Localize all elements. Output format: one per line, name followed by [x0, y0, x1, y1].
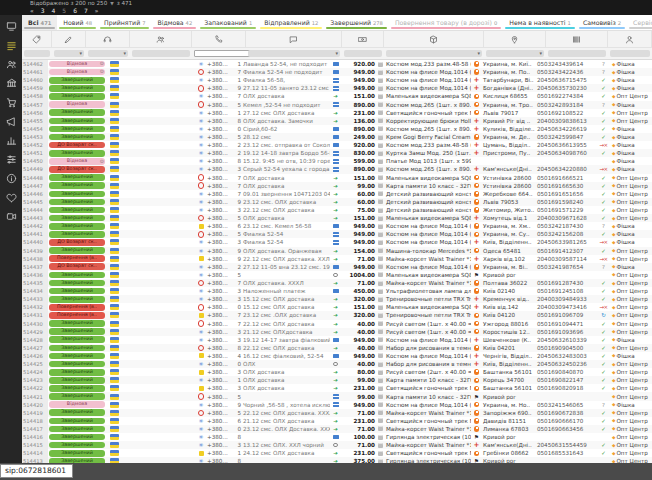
- tracking-number[interactable]: 20450634226619: [536, 126, 596, 132]
- order-row[interactable]: 514428 Завершений ✳ +380... 3 19.12 14-1…: [22, 336, 652, 344]
- tracking-number[interactable]: 20450634098760: [536, 150, 596, 156]
- client-phone[interactable]: +380...: [206, 134, 230, 140]
- client-phone[interactable]: +380...: [206, 69, 230, 75]
- status-pill[interactable]: Завершений: [49, 150, 105, 157]
- status-pill[interactable]: Завершений: [49, 442, 105, 449]
- order-row[interactable]: 514445 Завершений ✳ +380... 9 23.12 смс.…: [22, 198, 652, 206]
- status-pill[interactable]: Завершений: [49, 450, 105, 457]
- pagination-page-5[interactable]: 5: [62, 7, 66, 15]
- status-pill[interactable]: ДО Возврат ск..: [49, 263, 105, 270]
- status-pill[interactable]: Завершений: [49, 280, 105, 287]
- tracking-number[interactable]: 0501690904500: [536, 345, 596, 351]
- status-pill[interactable]: ДО Возврат ск..: [49, 166, 105, 173]
- status-pill[interactable]: Повернення (в..: [49, 312, 105, 319]
- tracking-number[interactable]: 0501692274384: [536, 93, 596, 99]
- client-phone[interactable]: +380...: [206, 434, 230, 440]
- order-row[interactable]: 514444 Завершений ✳ +380... 3 22.12 смс …: [22, 206, 652, 214]
- order-row[interactable]: 514448 Завершений +380... 7 ОЛХ доставка…: [22, 174, 652, 182]
- client-phone[interactable]: +380...: [206, 394, 230, 400]
- status-pill[interactable]: Завершений: [49, 231, 105, 238]
- order-row[interactable]: 514462 Відмова⊙ ✳ +380... 1 Лаванда 52-5…: [22, 60, 652, 68]
- client-phone[interactable]: +380...: [206, 223, 230, 229]
- order-row[interactable]: 514429 Завершений ✳ +380... 3 21.12 смс …: [22, 328, 652, 336]
- status-pill[interactable]: Завершений: [49, 247, 105, 254]
- tab-refused[interactable]: Відмова42: [151, 15, 198, 30]
- order-row[interactable]: 514459 Завершений +380... 9 27.12 11-05 …: [22, 84, 652, 92]
- app-logo-icon[interactable]: [3, 1, 19, 14]
- tracking-number[interactable]: 20400309484933: [536, 296, 596, 302]
- client-phone[interactable]: +380...: [206, 329, 230, 335]
- client-phone[interactable]: +380...: [206, 126, 230, 132]
- tab-pickup[interactable]: Самовивіз2: [577, 15, 627, 30]
- tab-shipped[interactable]: Відправлений12: [258, 15, 324, 30]
- status-pill[interactable]: Завершений: [49, 215, 105, 222]
- bank-icon[interactable]: [4, 77, 18, 89]
- client-phone[interactable]: +380...: [206, 312, 230, 318]
- status-pill[interactable]: Завершений: [49, 85, 105, 92]
- client-phone[interactable]: +380...: [206, 353, 230, 359]
- order-row[interactable]: 514436 Завершений ✳ +380... 5 1004.00 Ма…: [22, 271, 652, 279]
- tracking-number[interactable]: 20450636613955: [536, 142, 596, 148]
- status-pill[interactable]: Завершений: [49, 174, 105, 181]
- client-phone[interactable]: +380...: [206, 304, 230, 310]
- pagination-page-4[interactable]: 4: [52, 7, 56, 15]
- status-pill[interactable]: Завершений: [49, 77, 105, 84]
- order-row[interactable]: 514435 Завершений +380... 7 ОЛХ доставка…: [22, 279, 652, 287]
- client-phone[interactable]: +380...: [206, 256, 230, 262]
- client-phone[interactable]: +380...: [206, 158, 230, 164]
- order-row[interactable]: 514461 Відмова⊙ +380... 7 Фиалка 52-54 н…: [22, 68, 652, 76]
- status-pill[interactable]: Завершений: [49, 223, 105, 230]
- client-phone[interactable]: +380...: [206, 377, 230, 383]
- order-row[interactable]: 514417 Завершений ✳ +380... 0 23.12 смс.…: [22, 425, 652, 433]
- client-phone[interactable]: +380...: [206, 418, 230, 424]
- tab-packed[interactable]: Запакований1: [198, 15, 258, 30]
- status-pill[interactable]: Завершений: [49, 328, 105, 335]
- tracking-number[interactable]: 20450632483003: [536, 353, 596, 359]
- client-phone[interactable]: +380...: [206, 426, 230, 432]
- info-icon[interactable]: [4, 172, 18, 184]
- order-row[interactable]: 514455 Завершений ✳ +380... 8 ОЛХ достав…: [22, 117, 652, 125]
- megaphone-icon[interactable]: [4, 115, 18, 127]
- client-phone[interactable]: +380...: [206, 93, 230, 99]
- status-pill[interactable]: ДО Возврат ск..: [49, 239, 105, 246]
- order-row[interactable]: 514433 Завершений ✳ +380... 3 15.12 смс …: [22, 295, 652, 303]
- tracking-number[interactable]: 0501691096709: [536, 312, 596, 318]
- tracking-number[interactable]: 0501691598240: [536, 199, 596, 205]
- tracking-number[interactable]: 20450635730230: [536, 85, 596, 91]
- tab-out-of-stock[interactable]: Нема в наявності1: [503, 15, 577, 30]
- tracking-number[interactable]: 20450634220880: [536, 166, 596, 172]
- tracking-number[interactable]: 0501691245108: [536, 288, 596, 294]
- tracking-number[interactable]: 20450631554459: [536, 442, 596, 448]
- tracking-number[interactable]: 0503242599847: [536, 134, 596, 140]
- client-phone[interactable]: +380...: [206, 385, 230, 391]
- order-row[interactable]: 514452 ДО Возврат ск.. ✳ +380... 2 23.12…: [22, 141, 652, 149]
- client-phone[interactable]: +380...: [206, 191, 230, 197]
- status-pill[interactable]: Завершений: [49, 191, 105, 198]
- client-phone[interactable]: +380...: [206, 118, 230, 124]
- status-pill[interactable]: Завершений: [49, 353, 105, 360]
- pagination-page-3[interactable]: 3: [41, 7, 45, 15]
- order-row[interactable]: 514453 Завершений ✳ +380... 5 28.12 смс …: [22, 133, 652, 141]
- video-icon[interactable]: [4, 210, 18, 222]
- tab-all[interactable]: Всі471: [22, 15, 57, 30]
- client-phone[interactable]: +380...: [206, 288, 230, 294]
- orders-icon[interactable]: [4, 39, 18, 51]
- tracking-number[interactable]: 0501691287430: [536, 280, 596, 286]
- status-pill[interactable]: Завершений: [49, 336, 105, 343]
- order-row[interactable]: 514458 Завершений ✳ +380... 7 ОЛХ достав…: [22, 92, 652, 100]
- status-pill[interactable]: Відмова: [49, 101, 105, 108]
- tab-services[interactable]: Сервіси0: [627, 15, 652, 30]
- status-pill[interactable]: ДО Возврат ск..: [49, 142, 105, 149]
- client-phone[interactable]: +380...: [206, 150, 230, 156]
- order-row[interactable]: 514440 ДО Возврат ск.. ✳ +380... 3 Фиалк…: [22, 238, 652, 246]
- tracking-number[interactable]: 0501690840870: [536, 369, 596, 375]
- client-phone[interactable]: +380...: [206, 199, 230, 205]
- client-phone[interactable]: +380...: [206, 450, 230, 456]
- tracking-number[interactable]: 0501691666521: [536, 175, 596, 181]
- tracking-number[interactable]: 0503243422436: [536, 69, 596, 75]
- status-pill[interactable]: Відмова⊙: [49, 61, 105, 68]
- status-pill[interactable]: Завершений: [49, 272, 105, 279]
- status-pill[interactable]: Завершений: [49, 385, 105, 392]
- tracking-number[interactable]: 20450633981265: [536, 239, 596, 245]
- order-row[interactable]: 514432 Повернення (в.. +380... 0 15.12 с…: [22, 303, 652, 311]
